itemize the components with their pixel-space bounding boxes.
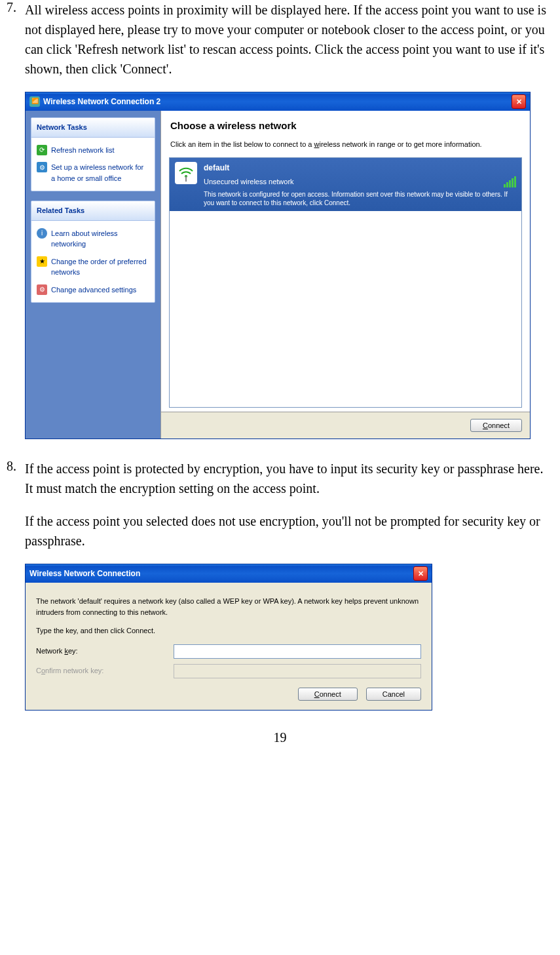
step-number-8: 8. xyxy=(7,459,25,711)
setup-icon: ⚙ xyxy=(37,162,47,172)
dialog-titlebar[interactable]: Wireless Network Connection ✕ xyxy=(26,564,432,583)
network-tasks-panel: Network Tasks ⟳ Refresh network list ⚙ S… xyxy=(31,117,155,191)
confirm-key-input xyxy=(174,664,421,678)
page-number: 19 xyxy=(7,730,553,745)
dialog-message: The network 'default' requires a network… xyxy=(36,596,421,617)
sidebar: Network Tasks ⟳ Refresh network list ⚙ S… xyxy=(26,111,160,439)
refresh-network-list-link[interactable]: ⟳ Refresh network list xyxy=(34,142,152,159)
task-label: Learn about wireless networking xyxy=(51,228,149,250)
star-icon: ★ xyxy=(37,256,47,267)
network-status-text: Unsecured wireless network xyxy=(204,176,294,187)
change-order-link[interactable]: ★ Change the order of preferred networks xyxy=(34,253,152,281)
related-tasks-header: Related Tasks xyxy=(31,201,155,221)
refresh-icon: ⟳ xyxy=(37,145,47,155)
main-panel: Choose a wireless network Click an item … xyxy=(160,111,530,439)
dialog-title: Wireless Network Connection xyxy=(29,568,413,579)
network-list[interactable]: default Unsecured wireless network This … xyxy=(169,157,522,408)
task-label: Refresh network list xyxy=(51,145,115,156)
learn-wireless-link[interactable]: i Learn about wireless networking xyxy=(34,225,152,253)
close-button[interactable]: ✕ xyxy=(512,94,526,109)
step7-text: All wireless access points in proximity … xyxy=(25,0,553,79)
network-key-dialog: Wireless Network Connection ✕ The networ… xyxy=(25,564,432,711)
close-button[interactable]: ✕ xyxy=(413,566,428,581)
connect-button[interactable]: CConnectonnect xyxy=(470,419,522,432)
network-message: This network is configured for open acce… xyxy=(204,190,516,207)
cancel-button[interactable]: Cancel xyxy=(366,688,421,701)
step8-text-2: If the access point you selected does no… xyxy=(25,511,553,551)
task-label: Change the order of preferred networks xyxy=(51,256,149,278)
network-tasks-header: Network Tasks xyxy=(31,118,155,138)
network-item-default[interactable]: default Unsecured wireless network This … xyxy=(170,158,521,211)
related-tasks-panel: Related Tasks i Learn about wireless net… xyxy=(31,201,155,303)
signal-bars-icon xyxy=(504,176,516,187)
info-icon: i xyxy=(37,228,47,239)
signal-icon xyxy=(175,162,197,184)
dialog-instruction: Type the key, and then click Connect. xyxy=(36,625,421,636)
gear-icon: ⚙ xyxy=(37,284,47,295)
choose-network-heading: Choose a wireless network xyxy=(170,119,521,134)
confirm-key-label: Confirm network key: xyxy=(36,665,174,676)
step-number-7: 7. xyxy=(7,0,25,446)
wireless-connection-window: 📶 Wireless Network Connection 2 ✕ Networ… xyxy=(25,92,531,439)
task-label: Change advanced settings xyxy=(51,284,136,296)
network-key-input[interactable] xyxy=(174,644,421,659)
network-key-label: Network key: xyxy=(36,646,174,657)
setup-wireless-network-link[interactable]: ⚙ Set up a wireless network for a home o… xyxy=(34,159,152,187)
task-label: Set up a wireless network for a home or … xyxy=(51,162,149,184)
network-name: default xyxy=(204,162,516,174)
choose-network-subtitle: Click an item in the list below to conne… xyxy=(170,139,521,150)
change-advanced-link[interactable]: ⚙ Change advanced settings xyxy=(34,281,152,299)
wireless-icon: 📶 xyxy=(29,96,40,107)
step8-text-1: If the access point is protected by encr… xyxy=(25,459,553,498)
window-title: Wireless Network Connection 2 xyxy=(43,96,512,107)
connect-button[interactable]: Connect xyxy=(298,688,358,701)
window-titlebar[interactable]: 📶 Wireless Network Connection 2 ✕ xyxy=(26,92,530,111)
